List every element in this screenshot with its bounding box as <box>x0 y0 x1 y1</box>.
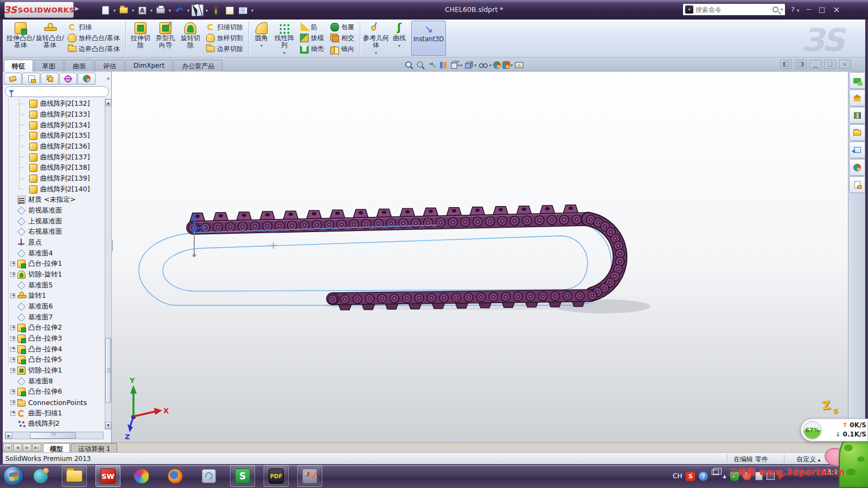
doc-close-button[interactable]: × <box>839 60 851 69</box>
linear-pattern-button[interactable]: 线性阵列 ▾ <box>272 21 297 56</box>
tree-item[interactable]: 基准面7 <box>3 312 105 323</box>
revolve-boss-button[interactable]: 旋转凸台/基体 <box>35 21 65 56</box>
forum-tab[interactable] <box>849 72 865 89</box>
boundary-cut-button[interactable]: 边界切除 <box>204 44 245 55</box>
scroll-up-icon[interactable]: ▲ <box>105 99 111 106</box>
tree-item[interactable]: 上视基准面 <box>3 216 105 227</box>
extrude-boss-button[interactable]: 拉伸凸台/基体 <box>6 21 35 56</box>
search-icon[interactable] <box>773 7 778 12</box>
tree-item[interactable]: 基准面5 <box>3 280 105 291</box>
tree-item[interactable]: 曲线阵列2 <box>3 419 105 429</box>
network-speed-widget[interactable]: 67% ↑0K/S ↓0.1K/S <box>801 419 868 441</box>
tree-item[interactable]: 凸台-拉伸5 <box>3 355 105 365</box>
section-view-button[interactable] <box>438 60 448 70</box>
new-document-button[interactable] <box>99 4 111 16</box>
save-button[interactable]: A <box>136 4 148 16</box>
tree-item[interactable]: 右视基准面 <box>3 227 105 237</box>
configurationmanager-tab[interactable] <box>41 73 59 85</box>
pane-left-button[interactable] <box>780 60 792 69</box>
dropdown-arrow-icon[interactable]: ▾ <box>260 42 263 49</box>
intersect-button[interactable]: 相交 <box>328 33 356 43</box>
start-button[interactable] <box>3 466 24 486</box>
tree-item[interactable]: 凸台-拉伸3 <box>3 333 105 344</box>
scrollbar-thumb[interactable] <box>105 338 111 403</box>
draft-button[interactable]: 拔模 <box>298 33 326 43</box>
curves-button[interactable]: ʃ 曲线 ▾ <box>390 21 409 56</box>
tree-item[interactable]: 基准面8 <box>3 376 105 387</box>
edit-appearance-button[interactable] <box>493 61 501 69</box>
tab-evaluate[interactable]: 评估 <box>95 60 124 72</box>
rib-button[interactable]: 筋 <box>298 22 326 33</box>
tray-expand-icon[interactable]: ▲ <box>723 474 726 479</box>
scroll-down-icon[interactable]: ▼ <box>105 422 111 429</box>
maximize-button[interactable]: □ <box>819 5 825 14</box>
tab-office-products[interactable]: 办公室产品 <box>174 60 222 72</box>
pane-right-button[interactable] <box>795 60 807 69</box>
scroll-right-icon[interactable]: ▶ <box>5 432 12 439</box>
tab-sketch[interactable]: 草图 <box>34 60 63 72</box>
taskbar-solidworks-button[interactable]: SW <box>95 465 120 487</box>
expand-plus-icon[interactable] <box>10 389 15 394</box>
tree-item[interactable]: 曲线阵列2[134] <box>3 120 105 131</box>
wrap-button[interactable]: 包覆 <box>328 22 356 33</box>
tree-item[interactable]: 原点 <box>3 237 105 248</box>
tree-item[interactable]: 曲线阵列2[136] <box>3 142 105 152</box>
tree-item[interactable]: 基准面4 <box>3 248 105 259</box>
tree-item[interactable]: 凸台-拉伸2 <box>3 323 105 333</box>
tree-item[interactable]: 凸台-拉伸1 <box>3 259 105 269</box>
tree-item[interactable]: 凸台-拉伸4 <box>3 344 105 355</box>
revolve-cut-button[interactable]: 旋转切除 <box>178 21 203 56</box>
resources-tab[interactable] <box>849 89 865 106</box>
view-palette-tab[interactable] <box>849 142 865 158</box>
task-list-button[interactable] <box>237 4 249 16</box>
tree-vertical-scrollbar[interactable]: ▲ ▼ <box>105 99 112 429</box>
custom-properties-tab[interactable] <box>849 176 865 193</box>
motion-study-tab[interactable]: 运动算例 1 <box>71 443 117 452</box>
graphics-area[interactable]: YXZ <box>112 72 848 442</box>
taskbar-messenger-button[interactable] <box>28 465 53 487</box>
tab-first-icon[interactable]: |◀ <box>3 444 12 452</box>
undo-button[interactable]: ↶ <box>173 4 185 16</box>
tree-item[interactable]: 基准面6 <box>3 301 105 312</box>
loft-cut-button[interactable]: 放样切割 <box>204 33 245 43</box>
extrude-cut-button[interactable]: 拉伸切除 <box>128 21 153 56</box>
zoom-area-button[interactable] <box>416 60 425 70</box>
help-button[interactable]: ? ▾ <box>791 5 799 14</box>
tree-item[interactable]: 前视基准面 <box>3 206 105 216</box>
tree-item[interactable]: 材质 <未指定> <box>3 195 105 206</box>
dropdown-arrow-icon[interactable]: ▾ <box>283 49 285 56</box>
hide-show-items-button[interactable]: ▾ <box>478 60 492 70</box>
dimxpertmanager-tab[interactable] <box>59 73 77 85</box>
tree-horizontal-scrollbar[interactable]: ◀ ▶ <box>5 432 104 439</box>
tree-item[interactable]: 曲线阵列2[133] <box>3 110 105 120</box>
taskbar-firefox-button[interactable] <box>163 465 188 487</box>
shell-button[interactable]: 抽壳 <box>298 44 326 55</box>
more-tabs-chevron[interactable]: » <box>106 73 110 85</box>
scrollbar-thumb[interactable] <box>30 432 76 439</box>
loft-button[interactable]: 放样凸台/基体 <box>66 33 122 43</box>
sweep-button[interactable]: 扫描 <box>66 22 122 33</box>
boundary-boss-button[interactable]: 边界凸台/基体 <box>66 44 122 55</box>
tab-dimxpert[interactable]: DimXpert <box>125 60 173 72</box>
design-library-tab[interactable] <box>849 107 865 124</box>
tree-item[interactable]: 曲线阵列2[135] <box>3 131 105 142</box>
tree-item[interactable]: 曲线阵列2[140] <box>3 184 105 195</box>
expand-plus-icon[interactable] <box>10 357 15 362</box>
expand-plus-icon[interactable] <box>10 261 15 266</box>
tab-features[interactable]: 特征 <box>4 60 33 72</box>
expand-plus-icon[interactable] <box>10 400 15 405</box>
dropdown-arrow-icon[interactable]: ▾ <box>398 42 400 49</box>
taskbar-browser-button[interactable] <box>129 465 154 487</box>
model-tab[interactable]: 模型 <box>43 443 70 452</box>
command-search[interactable]: » ▾ <box>682 3 786 16</box>
display-style-button[interactable]: ▾ <box>464 60 476 70</box>
minimize-button[interactable]: ─ <box>807 5 811 14</box>
customize-menu[interactable]: 自定义 ▴ <box>796 455 820 464</box>
view-orientation-button[interactable]: +▾ <box>450 60 462 70</box>
appearances-tab[interactable] <box>849 159 865 176</box>
expand-plus-icon[interactable] <box>10 272 15 277</box>
sweep-cut-button[interactable]: 扫描切除 <box>204 22 245 33</box>
expand-plus-icon[interactable] <box>10 325 15 330</box>
tree-item[interactable]: 切除-拉伸1 <box>3 365 105 376</box>
view-settings-button[interactable] <box>514 60 524 70</box>
